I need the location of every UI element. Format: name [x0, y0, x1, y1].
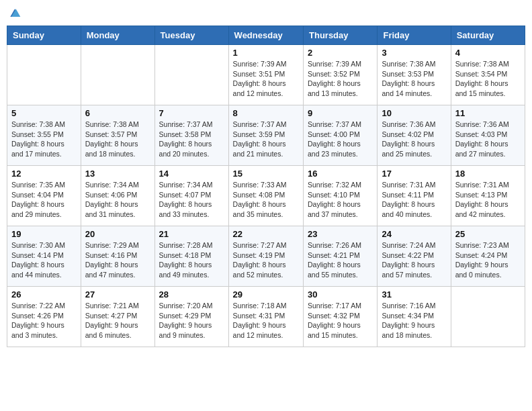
day-number: 28 — [159, 289, 224, 300]
calendar-cell: 3Sunrise: 7:38 AM Sunset: 3:53 PM Daylig… — [378, 45, 451, 105]
calendar-cell: 11Sunrise: 7:36 AM Sunset: 4:03 PM Dayli… — [451, 105, 525, 166]
day-info: Sunrise: 7:34 AM Sunset: 4:06 PM Dayligh… — [85, 180, 150, 220]
calendar-cell: 24Sunrise: 7:24 AM Sunset: 4:22 PM Dayli… — [378, 226, 451, 287]
day-number: 13 — [85, 169, 150, 179]
day-number: 30 — [308, 289, 373, 300]
day-number: 1 — [233, 48, 299, 58]
day-info: Sunrise: 7:29 AM Sunset: 4:16 PM Dayligh… — [85, 240, 150, 280]
calendar-cell: 9Sunrise: 7:37 AM Sunset: 4:00 PM Daylig… — [304, 105, 378, 166]
day-number: 26 — [11, 289, 77, 300]
calendar-header-row: SundayMondayTuesdayWednesdayThursdayFrid… — [7, 26, 525, 45]
calendar-cell: 27Sunrise: 7:21 AM Sunset: 4:27 PM Dayli… — [81, 287, 154, 347]
day-info: Sunrise: 7:38 AM Sunset: 3:53 PM Dayligh… — [382, 59, 446, 99]
calendar-week-1: 1Sunrise: 7:39 AM Sunset: 3:51 PM Daylig… — [7, 45, 525, 105]
calendar-cell: 21Sunrise: 7:28 AM Sunset: 4:18 PM Dayli… — [154, 226, 228, 287]
calendar-cell — [81, 45, 154, 105]
day-info: Sunrise: 7:36 AM Sunset: 4:03 PM Dayligh… — [455, 120, 521, 159]
day-number: 22 — [233, 229, 299, 239]
calendar-cell: 10Sunrise: 7:36 AM Sunset: 4:02 PM Dayli… — [378, 105, 451, 166]
calendar-cell: 6Sunrise: 7:38 AM Sunset: 3:57 PM Daylig… — [81, 105, 154, 166]
calendar-cell: 13Sunrise: 7:34 AM Sunset: 4:06 PM Dayli… — [81, 166, 154, 226]
day-info: Sunrise: 7:30 AM Sunset: 4:14 PM Dayligh… — [11, 240, 77, 280]
day-info: Sunrise: 7:16 AM Sunset: 4:34 PM Dayligh… — [382, 301, 446, 340]
calendar-table: SundayMondayTuesdayWednesdayThursdayFrid… — [7, 26, 525, 347]
calendar-header-tuesday: Tuesday — [154, 26, 228, 45]
calendar-cell: 19Sunrise: 7:30 AM Sunset: 4:14 PM Dayli… — [7, 226, 81, 287]
calendar-week-4: 19Sunrise: 7:30 AM Sunset: 4:14 PM Dayli… — [7, 226, 525, 287]
day-number: 7 — [159, 108, 224, 118]
day-number: 4 — [455, 48, 521, 58]
calendar-cell: 5Sunrise: 7:38 AM Sunset: 3:55 PM Daylig… — [7, 105, 81, 166]
calendar-cell: 26Sunrise: 7:22 AM Sunset: 4:26 PM Dayli… — [7, 287, 81, 347]
calendar-week-2: 5Sunrise: 7:38 AM Sunset: 3:55 PM Daylig… — [7, 105, 525, 166]
logo-icon — [8, 7, 21, 20]
calendar-cell: 16Sunrise: 7:32 AM Sunset: 4:10 PM Dayli… — [304, 166, 378, 226]
day-number: 18 — [455, 169, 521, 179]
calendar-header-sunday: Sunday — [7, 26, 81, 45]
day-number: 21 — [159, 229, 224, 239]
calendar-header-saturday: Saturday — [451, 26, 525, 45]
calendar-cell: 28Sunrise: 7:20 AM Sunset: 4:29 PM Dayli… — [154, 287, 228, 347]
calendar-cell: 18Sunrise: 7:31 AM Sunset: 4:13 PM Dayli… — [451, 166, 525, 226]
calendar-header-thursday: Thursday — [304, 26, 378, 45]
day-info: Sunrise: 7:39 AM Sunset: 3:51 PM Dayligh… — [233, 59, 299, 99]
day-number: 14 — [159, 169, 224, 179]
day-number: 29 — [233, 289, 299, 300]
day-info: Sunrise: 7:33 AM Sunset: 4:08 PM Dayligh… — [233, 180, 299, 220]
day-number: 17 — [382, 169, 446, 179]
day-info: Sunrise: 7:37 AM Sunset: 4:00 PM Dayligh… — [308, 120, 373, 159]
calendar-cell — [7, 45, 81, 105]
day-info: Sunrise: 7:21 AM Sunset: 4:27 PM Dayligh… — [85, 301, 150, 340]
day-number: 20 — [85, 229, 150, 239]
calendar-cell — [154, 45, 228, 105]
day-number: 3 — [382, 48, 446, 58]
calendar-cell: 23Sunrise: 7:26 AM Sunset: 4:21 PM Dayli… — [304, 226, 378, 287]
calendar-header-friday: Friday — [378, 26, 451, 45]
calendar-cell: 22Sunrise: 7:27 AM Sunset: 4:19 PM Dayli… — [228, 226, 303, 287]
day-number: 16 — [308, 169, 373, 179]
day-info: Sunrise: 7:31 AM Sunset: 4:11 PM Dayligh… — [382, 180, 446, 220]
day-number: 31 — [382, 289, 446, 300]
logo — [7, 7, 21, 20]
calendar-header-wednesday: Wednesday — [228, 26, 303, 45]
calendar-header-monday: Monday — [81, 26, 154, 45]
calendar-cell: 15Sunrise: 7:33 AM Sunset: 4:08 PM Dayli… — [228, 166, 303, 226]
day-info: Sunrise: 7:34 AM Sunset: 4:07 PM Dayligh… — [159, 180, 224, 220]
calendar-cell: 2Sunrise: 7:39 AM Sunset: 3:52 PM Daylig… — [304, 45, 378, 105]
day-number: 24 — [382, 229, 446, 239]
calendar-cell: 17Sunrise: 7:31 AM Sunset: 4:11 PM Dayli… — [378, 166, 451, 226]
day-info: Sunrise: 7:37 AM Sunset: 3:59 PM Dayligh… — [233, 120, 299, 159]
calendar-cell: 12Sunrise: 7:35 AM Sunset: 4:04 PM Dayli… — [7, 166, 81, 226]
day-info: Sunrise: 7:17 AM Sunset: 4:32 PM Dayligh… — [308, 301, 373, 340]
day-info: Sunrise: 7:28 AM Sunset: 4:18 PM Dayligh… — [159, 240, 224, 280]
day-info: Sunrise: 7:23 AM Sunset: 4:24 PM Dayligh… — [455, 240, 521, 280]
calendar-cell: 31Sunrise: 7:16 AM Sunset: 4:34 PM Dayli… — [378, 287, 451, 347]
day-number: 9 — [308, 108, 373, 118]
day-number: 12 — [11, 169, 77, 179]
calendar-cell — [451, 287, 525, 347]
day-info: Sunrise: 7:38 AM Sunset: 3:57 PM Dayligh… — [85, 120, 150, 159]
calendar-cell: 25Sunrise: 7:23 AM Sunset: 4:24 PM Dayli… — [451, 226, 525, 287]
day-number: 25 — [455, 229, 521, 239]
day-number: 23 — [308, 229, 373, 239]
calendar-week-5: 26Sunrise: 7:22 AM Sunset: 4:26 PM Dayli… — [7, 287, 525, 347]
day-number: 19 — [11, 229, 77, 239]
day-info: Sunrise: 7:38 AM Sunset: 3:54 PM Dayligh… — [455, 59, 521, 99]
day-info: Sunrise: 7:27 AM Sunset: 4:19 PM Dayligh… — [233, 240, 299, 280]
calendar-cell: 7Sunrise: 7:37 AM Sunset: 3:58 PM Daylig… — [154, 105, 228, 166]
day-info: Sunrise: 7:32 AM Sunset: 4:10 PM Dayligh… — [308, 180, 373, 220]
day-number: 6 — [85, 108, 150, 118]
day-number: 15 — [233, 169, 299, 179]
day-info: Sunrise: 7:31 AM Sunset: 4:13 PM Dayligh… — [455, 180, 521, 220]
calendar-cell: 14Sunrise: 7:34 AM Sunset: 4:07 PM Dayli… — [154, 166, 228, 226]
page-header — [7, 7, 525, 20]
day-info: Sunrise: 7:38 AM Sunset: 3:55 PM Dayligh… — [11, 120, 77, 159]
calendar-week-3: 12Sunrise: 7:35 AM Sunset: 4:04 PM Dayli… — [7, 166, 525, 226]
day-number: 10 — [382, 108, 446, 118]
day-info: Sunrise: 7:20 AM Sunset: 4:29 PM Dayligh… — [159, 301, 224, 340]
day-number: 27 — [85, 289, 150, 300]
day-info: Sunrise: 7:22 AM Sunset: 4:26 PM Dayligh… — [11, 301, 77, 340]
calendar-cell: 8Sunrise: 7:37 AM Sunset: 3:59 PM Daylig… — [228, 105, 303, 166]
day-number: 2 — [308, 48, 373, 58]
day-number: 8 — [233, 108, 299, 118]
